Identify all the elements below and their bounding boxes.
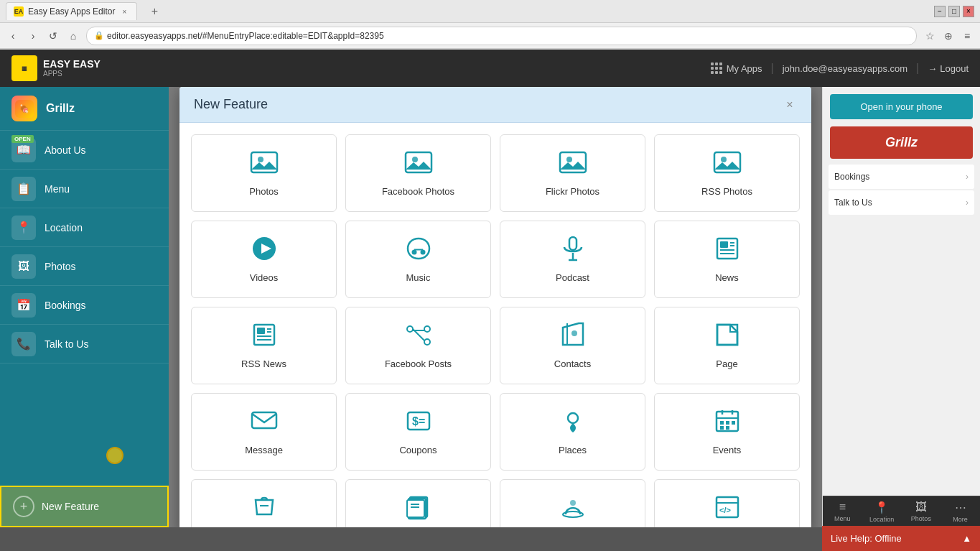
new-feature-label: New Feature [42,501,99,512]
feature-card-rss-photos[interactable]: RSS Photos [654,134,800,212]
feature-card-news[interactable]: News [654,221,800,298]
preview-app-banner: Grillz [830,126,973,159]
feature-card-facebook-posts[interactable]: Facebook Posts [345,307,491,384]
forward-btn[interactable]: › [26,29,40,43]
new-feature-modal: New Feature × PhotosFacebook PhotosFlick… [179,87,811,527]
reload-btn[interactable]: ↺ [46,29,60,43]
bottom-more-label: More [953,516,968,523]
sidebar-item-menu[interactable]: 📋 Menu 🗑 [0,170,169,208]
preview-bottom-menu[interactable]: ≡ Menu [823,496,862,527]
new-feature-btn[interactable]: + New Feature [0,486,169,527]
rss-news-label: RSS News [241,358,286,369]
tab-favicon: EA [14,6,24,17]
sidebar-item-about-us[interactable]: 📖 OPEN About Us 🗑 [0,131,169,170]
svg-point-11 [420,250,425,255]
logo-text: EASY EASY [43,59,101,70]
modal-close-btn[interactable]: × [783,98,797,112]
new-tab-btn[interactable]: + [146,3,163,20]
logout-btn[interactable]: → Logout [928,63,969,74]
main-layout: 🍖 Grillz 📖 OPEN About Us 🗑 📋 Menu [0,87,980,527]
feature-card-music[interactable]: Music [345,221,491,298]
svg-point-30 [424,339,430,345]
feature-card-places[interactable]: Places [500,393,645,471]
feature-card-contacts[interactable]: Contacts [500,307,645,384]
preview-item-talk-to-us-label: Talk to Us [834,198,872,208]
open-in-phone-btn[interactable]: Open in your phone [830,94,973,119]
feature-card-page[interactable]: Page [654,307,800,384]
app-container: ▦ EASY EASY APPS My Apps | john.doe@easy… [0,50,980,527]
url-bar[interactable]: 🔒 editor.easyeasyapps.net/#MenuEntryPlac… [86,27,917,45]
products-icon [251,494,277,524]
sidebar-item-location[interactable]: 📍 Location 🗑 [0,208,169,247]
facebook-posts-icon [406,322,431,351]
feature-card-events[interactable]: Events [654,393,800,471]
news-icon [714,236,740,265]
places-label: Places [559,445,587,455]
sidebar-item-label-talk-to-us: Talk to Us [45,338,139,350]
minimize-btn[interactable]: − [934,6,946,17]
preview-item-talk-to-us[interactable]: Talk to Us › [829,190,974,215]
podcast-label: Podcast [556,272,589,283]
coupons-label: Coupons [399,445,437,455]
preview-item-bookings-label: Bookings [834,172,869,182]
home-btn[interactable]: ⌂ [66,29,80,43]
about-us-icon-symbol: 📖 [17,143,31,157]
close-window-btn[interactable]: × [963,6,974,17]
talk-to-us-icon: 📞 [11,332,36,356]
svg-rect-43 [720,421,724,425]
bookmark-btn[interactable]: ☆ [923,29,937,43]
preview-bottom-photos[interactable]: 🖼 Photos [902,496,941,527]
sidebar-item-label-bookings: Bookings [45,300,139,311]
share-btn[interactable]: ⊕ [941,29,956,43]
sidebar-item-bookings[interactable]: 📅 Bookings 🗑 [0,286,169,325]
navbar-divider2: | [916,62,919,75]
svg-point-10 [411,250,416,255]
add-icon: + [20,499,28,514]
preview-bottom-bar: ≡ Menu 📍 Location 🖼 Photos ⋯ More [823,496,980,527]
feature-card-coupons[interactable]: $=Coupons [345,393,491,471]
photos-icon [250,149,279,179]
sidebar-item-talk-to-us[interactable]: 📞 Talk to Us 🗑 [0,325,169,364]
sidebar-item-label-menu: Menu [45,183,139,195]
preview-bottom-location[interactable]: 📍 Location [862,496,902,527]
feature-card-website[interactable]: </>Website [654,479,800,527]
tab-close-btn[interactable]: × [119,6,129,17]
svg-rect-23 [257,328,265,334]
svg-point-34 [571,330,577,336]
feature-card-flickr-photos[interactable]: Flickr Photos [500,134,645,212]
music-icon [405,236,432,265]
svg-rect-44 [726,421,729,425]
feature-card-rss-news[interactable]: RSS News [191,307,337,384]
contacts-label: Contacts [554,358,591,369]
svg-rect-51 [407,500,424,517]
live-help-bar[interactable]: Live Help: Offline ▲ [822,526,980,527]
browser-tab[interactable]: EA Easy Easy Apps Editor × [6,2,137,20]
coupons-icon: $= [406,408,431,437]
menu-icon: 📋 [11,177,36,201]
browser-chrome: EA Easy Easy Apps Editor × + − □ × ‹ › ↺… [0,0,980,50]
preview-item-bookings[interactable]: Bookings › [829,165,974,189]
back-btn[interactable]: ‹ [6,29,20,43]
preview-bottom-more[interactable]: ⋯ More [941,496,980,527]
svg-point-5 [566,157,572,162]
feature-card-podcast[interactable]: Podcast [500,221,645,298]
feature-card-products[interactable]: Products [191,479,337,527]
feature-card-photos[interactable]: Photos [191,134,337,212]
modal-overlay[interactable]: New Feature × PhotosFacebook PhotosFlick… [169,87,822,527]
maximize-btn[interactable]: □ [948,6,960,17]
my-apps-btn[interactable]: My Apps [711,62,762,74]
svg-rect-46 [720,426,724,430]
bottom-location-label: Location [869,516,894,523]
feature-card-menu-item[interactable]: Menu [500,479,645,527]
flickr-photos-icon [559,149,587,179]
sidebar-item-photos[interactable]: 🖼 Photos 🗑 [0,247,169,286]
photos-label: Photos [249,186,278,197]
feature-card-videos[interactable]: Videos [191,221,337,298]
about-us-icon: 📖 OPEN [11,138,36,162]
menu-btn[interactable]: ≡ [960,29,974,43]
preview-items: Bookings › Talk to Us › [823,159,980,496]
feature-card-catalog[interactable]: Catalog [345,479,491,527]
bottom-photos-icon: 🖼 [915,501,927,514]
feature-card-facebook-photos[interactable]: Facebook Photos [345,134,491,212]
feature-card-message[interactable]: Message [191,393,337,471]
